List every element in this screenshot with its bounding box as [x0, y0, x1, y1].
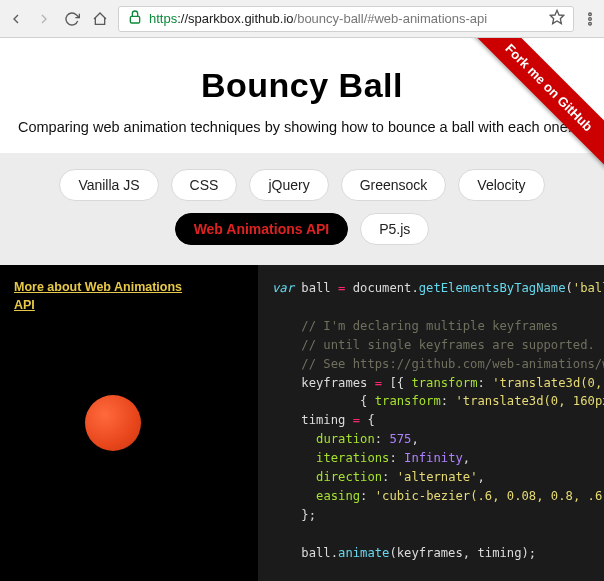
- svg-marker-1: [550, 10, 563, 23]
- home-button[interactable]: [90, 9, 110, 29]
- browser-menu-button[interactable]: [582, 11, 598, 27]
- bouncing-ball: [85, 395, 141, 451]
- url-text: https://sparkbox.github.io/bouncy-ball/#…: [149, 11, 487, 26]
- tab-vanilla-js[interactable]: Vanilla JS: [59, 169, 158, 201]
- svg-rect-0: [130, 16, 139, 23]
- address-bar[interactable]: https://sparkbox.github.io/bouncy-ball/#…: [118, 6, 574, 32]
- tab-css[interactable]: CSS: [171, 169, 238, 201]
- tab-jquery[interactable]: jQuery: [249, 169, 328, 201]
- tab-velocity[interactable]: Velocity: [458, 169, 544, 201]
- demo-preview: More about Web Animations API: [0, 265, 258, 581]
- svg-point-4: [589, 22, 592, 25]
- tab-greensock[interactable]: Greensock: [341, 169, 447, 201]
- back-button[interactable]: [6, 9, 26, 29]
- more-about-link[interactable]: More about Web Animations API: [14, 279, 204, 314]
- tab-p5-js[interactable]: P5.js: [360, 213, 429, 245]
- lock-icon: [127, 9, 143, 28]
- page-content: Fork me on GitHub Bouncy Ball Comparing …: [0, 38, 604, 581]
- forward-button[interactable]: [34, 9, 54, 29]
- svg-point-2: [589, 13, 592, 16]
- code-panel: var ball = document.getElementsByTagName…: [258, 265, 604, 581]
- bookmark-star-icon[interactable]: [549, 9, 565, 28]
- tab-web-animations-api[interactable]: Web Animations API: [175, 213, 349, 245]
- browser-toolbar: https://sparkbox.github.io/bouncy-ball/#…: [0, 0, 604, 38]
- reload-button[interactable]: [62, 9, 82, 29]
- demo-area: More about Web Animations API var ball =…: [0, 265, 604, 581]
- tabs-container: Vanilla JSCSSjQueryGreensockVelocityWeb …: [0, 153, 604, 265]
- page-title: Bouncy Ball: [16, 66, 588, 105]
- svg-point-3: [589, 17, 592, 20]
- tagline: Comparing web animation techniques by sh…: [0, 119, 604, 153]
